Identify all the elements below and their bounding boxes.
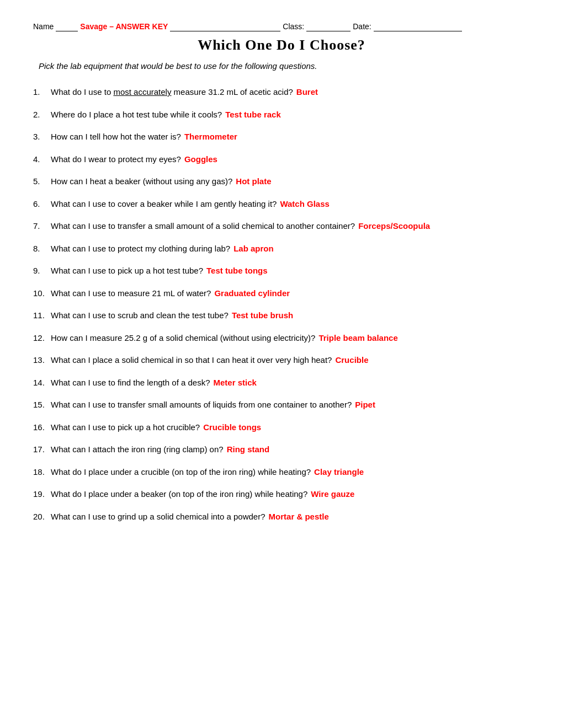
name-blank-long: [170, 22, 280, 31]
list-item: 12.How can I measure 25.2 g of a solid c…: [33, 332, 530, 345]
list-item: 6.What can I use to cover a beaker while…: [33, 198, 530, 211]
answer-text: Hot plate: [236, 176, 271, 186]
question-number: 16.: [33, 421, 51, 434]
answer-text: Watch Glass: [280, 199, 329, 208]
answer-text: Test tube brush: [232, 311, 293, 320]
list-item: 14.What can I use to find the length of …: [33, 377, 530, 389]
question-text: What can I attach the iron ring (ring cl…: [51, 443, 269, 456]
question-number: 15.: [33, 399, 51, 411]
list-item: 19.What do I place under a beaker (on to…: [33, 488, 530, 501]
question-number: 18.: [33, 466, 51, 479]
question-text: How can I measure 25.2 g of a solid chem…: [51, 332, 398, 345]
list-item: 8.What can I use to protect my clothing …: [33, 243, 530, 255]
answer-text: Wire gauze: [311, 489, 354, 499]
question-number: 20.: [33, 511, 51, 523]
answer-text: Goggles: [184, 154, 217, 164]
answer-text: Clay triangle: [314, 467, 364, 477]
question-text: What can I place a solid chemical in so …: [51, 354, 368, 367]
date-blank: [374, 22, 462, 31]
list-item: 9.What can I use to pick up a hot test t…: [33, 265, 530, 277]
question-number: 12.: [33, 332, 51, 345]
answer-text: Buret: [296, 87, 318, 97]
question-text: What can I use to find the length of a d…: [51, 377, 257, 389]
question-text: What can I use to transfer a small amoun…: [51, 220, 430, 233]
list-item: 20.What can I use to grind up a solid ch…: [33, 511, 530, 523]
question-text: What can I use to pick up a hot crucible…: [51, 421, 261, 434]
answer-text: Crucible tongs: [203, 422, 261, 432]
question-text: How can I heat a beaker (without using a…: [51, 175, 272, 188]
answer-text: Test tube tongs: [206, 266, 268, 275]
list-item: 7.What can I use to transfer a small amo…: [33, 220, 530, 233]
list-item: 11.What can I use to scrub and clean the…: [33, 309, 530, 322]
question-number: 5.: [33, 175, 51, 188]
answer-text: Forceps/Scoopula: [358, 221, 430, 231]
question-text: What can I use to transfer small amounts…: [51, 399, 375, 411]
question-number: 8.: [33, 243, 51, 255]
list-item: 18.What do I place under a crucible (on …: [33, 466, 530, 479]
list-item: 4.What do I wear to protect my eyes?Gogg…: [33, 153, 530, 166]
class-blank: [306, 22, 350, 31]
header-line: Name Savage – ANSWER KEY Class: Date:: [33, 22, 530, 31]
question-number: 7.: [33, 220, 51, 233]
question-number: 9.: [33, 265, 51, 277]
date-label: Date:: [353, 22, 371, 31]
list-item: 2.Where do I place a hot test tube while…: [33, 109, 530, 121]
page-title: Which One Do I Choose?: [33, 37, 530, 53]
list-item: 10.What can I use to measure 21 mL of wa…: [33, 287, 530, 300]
question-text: What can I use to protect my clothing du…: [51, 243, 274, 255]
answer-text: Crucible: [335, 355, 368, 365]
question-number: 2.: [33, 109, 51, 121]
answer-text: Graduated cylinder: [214, 288, 290, 298]
question-number: 17.: [33, 443, 51, 456]
answer-text: Pipet: [355, 400, 375, 409]
answer-text: Triple beam balance: [318, 333, 397, 342]
question-number: 3.: [33, 131, 51, 143]
question-text: What do I use to most accurately measure…: [51, 86, 318, 99]
list-item: 17.What can I attach the iron ring (ring…: [33, 443, 530, 456]
question-text: What do I wear to protect my eyes?Goggle…: [51, 153, 217, 166]
answer-key: Savage – ANSWER KEY: [80, 22, 168, 31]
question-list: 1.What do I use to most accurately measu…: [33, 86, 530, 523]
question-text: Where do I place a hot test tube while i…: [51, 109, 281, 121]
list-item: 13.What can I place a solid chemical in …: [33, 354, 530, 367]
question-text: What can I use to scrub and clean the te…: [51, 309, 293, 322]
list-item: 16.What can I use to pick up a hot cruci…: [33, 421, 530, 434]
question-number: 19.: [33, 488, 51, 501]
question-text: What can I use to measure 21 mL of water…: [51, 287, 290, 300]
class-label: Class:: [283, 22, 304, 31]
answer-text: Lab apron: [233, 244, 274, 253]
list-item: 1.What do I use to most accurately measu…: [33, 86, 530, 99]
answer-text: Test tube rack: [225, 110, 281, 119]
question-number: 4.: [33, 153, 51, 166]
question-text: What can I use to grind up a solid chemi…: [51, 511, 329, 523]
list-item: 15.What can I use to transfer small amou…: [33, 399, 530, 411]
question-number: 14.: [33, 377, 51, 389]
list-item: 3.How can I tell how hot the water is?Th…: [33, 131, 530, 143]
question-text: What do I place under a beaker (on top o…: [51, 488, 354, 501]
name-label: Name: [33, 22, 54, 31]
subtitle: Pick the lab equipment that would be bes…: [39, 61, 530, 71]
question-number: 10.: [33, 287, 51, 300]
list-item: 5.How can I heat a beaker (without using…: [33, 175, 530, 188]
answer-text: Ring stand: [227, 445, 270, 454]
question-number: 1.: [33, 86, 51, 99]
answer-text: Mortar & pestle: [269, 512, 329, 521]
question-text: What do I place under a crucible (on top…: [51, 466, 364, 479]
answer-text: Meter stick: [214, 378, 257, 387]
question-text: How can I tell how hot the water is?Ther…: [51, 131, 237, 143]
answer-text: Thermometer: [184, 132, 237, 141]
question-text: What can I use to pick up a hot test tub…: [51, 265, 268, 277]
question-number: 11.: [33, 309, 51, 322]
question-number: 6.: [33, 198, 51, 211]
question-number: 13.: [33, 354, 51, 367]
name-blank: [56, 22, 78, 31]
question-text: What can I use to cover a beaker while I…: [51, 198, 330, 211]
